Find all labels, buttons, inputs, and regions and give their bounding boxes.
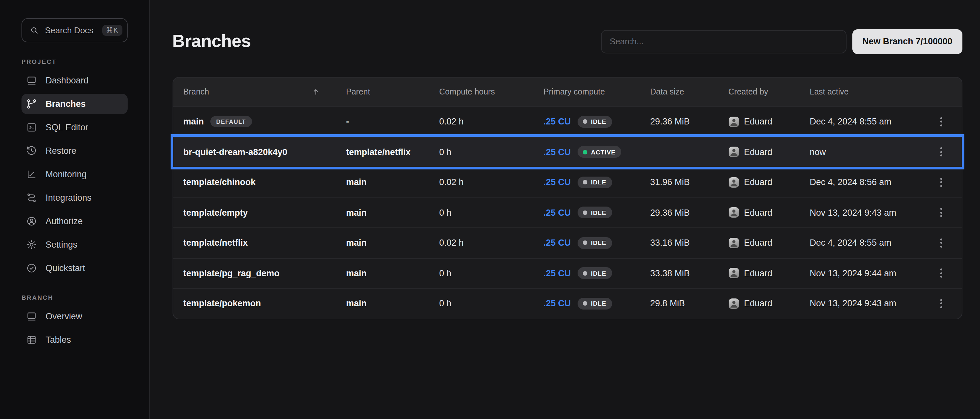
last-active: Dec 4, 2024 8:56 am: [810, 178, 931, 187]
avatar: [728, 116, 739, 127]
table-row[interactable]: template/pg_rag_demo main 0 h .25 CU IDL…: [173, 258, 961, 288]
row-menu-kebab-icon[interactable]: [938, 145, 945, 159]
parent-branch: main: [346, 268, 439, 278]
row-menu-kebab-icon[interactable]: [938, 296, 945, 311]
sidebar-item-integrations[interactable]: Integrations: [21, 188, 127, 208]
status-label: IDLE: [591, 179, 606, 186]
data-size: 29.36 MiB: [650, 117, 728, 127]
created-by-name: Eduard: [744, 117, 772, 127]
sidebar-item-authorize[interactable]: Authorize: [21, 211, 127, 231]
last-active: Nov 13, 2024 9:44 am: [810, 268, 931, 278]
column-header-parent[interactable]: Parent: [346, 87, 439, 96]
quickstart-icon: [26, 263, 37, 274]
sidebar-item-dashboard[interactable]: Dashboard: [21, 70, 127, 91]
sidebar-item-label: Restore: [46, 146, 76, 156]
compute-hours: 0.02 h: [439, 178, 543, 187]
status-badge: ACTIVE: [577, 146, 622, 158]
compute-units: .25 CU: [543, 299, 571, 309]
restore-icon: [26, 145, 37, 156]
sidebar-item-label: Branches: [46, 99, 86, 109]
row-menu-kebab-icon[interactable]: [938, 236, 945, 250]
row-menu-kebab-icon[interactable]: [938, 115, 945, 129]
default-badge: DEFAULT: [210, 116, 252, 127]
compute-units: .25 CU: [543, 208, 571, 218]
column-header-compute-hours[interactable]: Compute hours: [439, 87, 543, 96]
sort-arrow-up-icon: [311, 87, 320, 96]
last-active: Nov 13, 2024 9:43 am: [810, 299, 931, 309]
sidebar-item-overview[interactable]: Overview: [21, 306, 127, 327]
sidebar-item-label: Monitoring: [46, 169, 87, 179]
branch-name: br-quiet-dream-a820k4y0: [183, 147, 288, 157]
compute-units: .25 CU: [543, 178, 571, 187]
column-header-data-size[interactable]: Data size: [650, 87, 728, 96]
data-size: 29.8 MiB: [650, 299, 728, 309]
sidebar-item-label: Authorize: [46, 216, 83, 226]
parent-branch: main: [346, 208, 439, 218]
last-active: Dec 4, 2024 8:55 am: [810, 117, 931, 127]
row-menu-kebab-icon[interactable]: [938, 206, 945, 220]
table-row[interactable]: template/empty main 0 h .25 CU IDLE 29.3…: [173, 197, 961, 228]
compute-hours: 0 h: [439, 147, 543, 157]
status-dot-icon: [582, 241, 587, 245]
sidebar-item-monitoring[interactable]: Monitoring: [21, 164, 127, 185]
parent-branch: -: [346, 117, 439, 127]
sidebar-item-branches[interactable]: Branches: [21, 94, 127, 114]
row-menu-kebab-icon[interactable]: [938, 175, 945, 190]
branch-name: template/chinook: [183, 178, 256, 187]
parent-branch: main: [346, 238, 439, 248]
compute-hours: 0 h: [439, 208, 543, 218]
status-label: ACTIVE: [591, 148, 616, 156]
last-active: Nov 13, 2024 9:43 am: [810, 208, 931, 218]
sidebar-item-label: Settings: [46, 240, 78, 250]
sidebar-item-label: SQL Editor: [46, 123, 88, 132]
status-badge: IDLE: [577, 237, 612, 249]
new-branch-button[interactable]: New Branch 7/100000: [853, 29, 962, 54]
avatar: [728, 238, 739, 248]
sidebar-item-settings[interactable]: Settings: [21, 234, 127, 255]
branch-name: template/netflix: [183, 238, 248, 248]
table-row[interactable]: br-quiet-dream-a820k4y0 template/netflix…: [173, 137, 961, 167]
sidebar-item-restore[interactable]: Restore: [21, 141, 127, 161]
sidebar-item-label: Overview: [46, 311, 83, 321]
parent-branch: main: [346, 178, 439, 187]
sidebar-item-quickstart[interactable]: Quickstart: [21, 258, 127, 278]
column-header-last-active[interactable]: Last active: [810, 87, 931, 96]
sidebar-item-sql-editor[interactable]: SQL Editor: [21, 117, 127, 137]
status-badge: IDLE: [577, 177, 612, 188]
table-row[interactable]: template/pokemon main 0 h .25 CU IDLE 29…: [173, 288, 961, 318]
settings-icon: [26, 239, 37, 250]
status-dot-icon: [582, 180, 587, 185]
page-title: Branches: [172, 31, 251, 51]
compute-units: .25 CU: [543, 117, 571, 127]
column-header-branch[interactable]: Branch: [183, 87, 346, 96]
sidebar-nav: PROJECT Dashboard Branches SQL Editor Re…: [0, 58, 149, 350]
sidebar-item-tables[interactable]: Tables: [21, 330, 127, 350]
created-by-name: Eduard: [744, 238, 772, 248]
sidebar-item-label: Tables: [46, 335, 71, 345]
sidebar-item-label: Integrations: [46, 193, 91, 203]
sidebar-item-label: Dashboard: [46, 76, 89, 85]
search-docs-button[interactable]: Search Docs ⌘K: [21, 18, 127, 42]
row-menu-kebab-icon[interactable]: [938, 266, 945, 280]
sql-editor-icon: [26, 122, 37, 133]
column-header-created-by[interactable]: Created by: [728, 87, 810, 96]
monitoring-icon: [26, 169, 37, 180]
column-header-primary-compute[interactable]: Primary compute: [543, 87, 650, 96]
avatar: [728, 298, 739, 309]
created-by-name: Eduard: [744, 268, 772, 278]
created-by-name: Eduard: [744, 299, 772, 309]
table-header-row: Branch Parent Compute hours Primary comp…: [173, 78, 961, 106]
search-docs-label: Search Docs: [45, 25, 94, 35]
created-by-name: Eduard: [744, 147, 772, 157]
status-dot-icon: [582, 301, 587, 306]
page-header: Branches New Branch 7/100000: [172, 0, 962, 63]
parent-branch: main: [346, 299, 439, 309]
table-body: main DEFAULT - 0.02 h .25 CU IDLE 29.36 …: [173, 106, 961, 318]
data-size: 29.36 MiB: [650, 208, 728, 218]
last-active: Dec 4, 2024 8:55 am: [810, 238, 931, 248]
branch-search-input[interactable]: [601, 30, 847, 53]
table-row[interactable]: main DEFAULT - 0.02 h .25 CU IDLE 29.36 …: [173, 106, 961, 137]
table-row[interactable]: template/netflix main 0.02 h .25 CU IDLE…: [173, 228, 961, 258]
table-row[interactable]: template/chinook main 0.02 h .25 CU IDLE…: [173, 167, 961, 197]
main-content: Branches New Branch 7/100000 Branch Pare…: [150, 0, 980, 419]
